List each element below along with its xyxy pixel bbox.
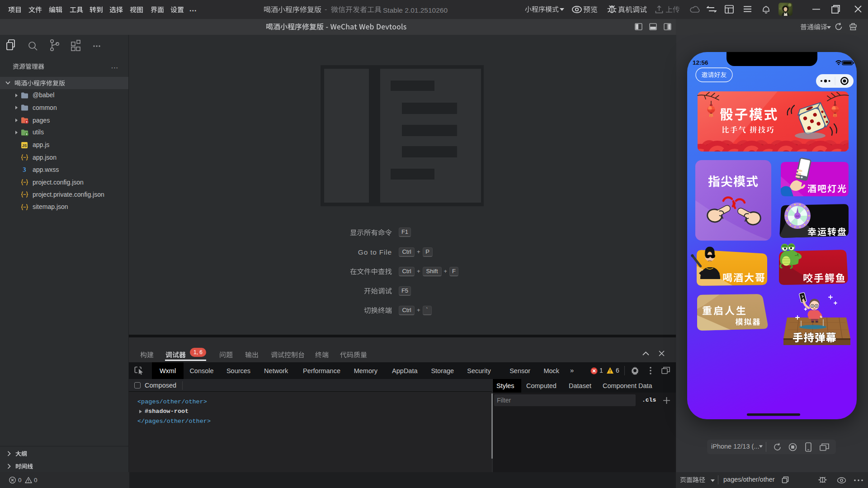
- svg-text:3: 3: [23, 166, 26, 173]
- svg-text:12:56: 12:56: [693, 59, 708, 66]
- svg-text:JS: JS: [22, 143, 27, 148]
- svg-text:GO: GO: [796, 215, 800, 218]
